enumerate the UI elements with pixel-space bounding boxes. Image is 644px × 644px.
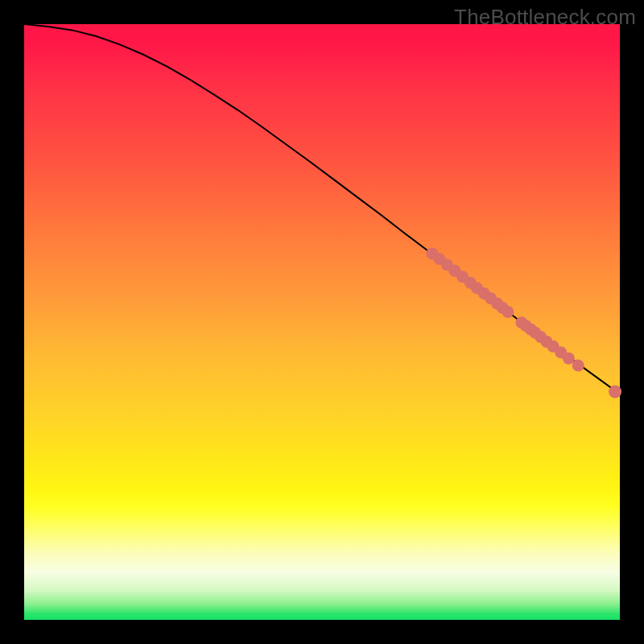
chart-point <box>502 306 514 318</box>
watermark-text: TheBottleneck.com <box>454 5 636 30</box>
chart-point <box>563 353 575 365</box>
chart-point <box>609 386 621 398</box>
chart-curve <box>24 24 620 394</box>
chart-point <box>572 360 584 372</box>
chart-frame: TheBottleneck.com <box>0 0 644 644</box>
chart-overlay <box>24 24 620 620</box>
chart-points-core <box>426 247 584 371</box>
chart-points-extra <box>609 386 621 398</box>
